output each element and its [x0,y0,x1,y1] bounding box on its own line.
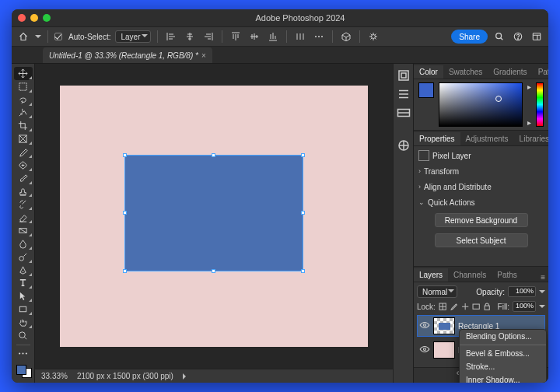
ctx-inner-shadow[interactable]: Inner Shadow... [460,373,546,383]
layer-thumb[interactable] [433,341,455,359]
quick-select-tool[interactable] [14,107,33,120]
workspace-settings-icon[interactable] [366,30,380,44]
handle-mr[interactable] [301,211,305,215]
color-picker-cursor[interactable] [495,96,502,102]
zoom-level[interactable]: 33.33% [41,372,68,380]
fg-bg-swatches[interactable] [15,363,32,378]
document-tab[interactable]: Untitled-1 @ 33.3% (Rectangle 1, RGB/8) … [43,47,212,63]
brush-tool[interactable] [14,172,33,185]
visibility-toggle-icon[interactable] [419,320,430,332]
visibility-toggle-icon[interactable] [419,344,430,356]
type-tool[interactable] [14,277,33,290]
collapsed-panel-icon[interactable] [397,106,411,120]
lock-position-icon[interactable] [461,302,469,312]
blur-tool[interactable] [14,237,33,250]
handle-br[interactable] [301,269,305,273]
hue-slider[interactable] [536,82,544,127]
lock-pixels-icon[interactable] [450,302,457,312]
heal-tool[interactable] [14,159,33,172]
tab-channels[interactable]: Channels [448,268,492,282]
layer-thumb[interactable] [433,317,455,334]
minimize-window-button[interactable] [30,14,38,22]
align-right-icon[interactable] [201,30,215,44]
more-options-icon[interactable] [312,30,326,44]
history-brush-tool[interactable] [14,198,33,211]
pen-tool[interactable] [14,264,33,277]
select-subject-button[interactable]: Select Subject [435,233,528,247]
zoom-tool[interactable] [14,329,33,342]
ctx-stroke[interactable]: Stroke... [460,360,546,373]
opacity-input[interactable]: 100% [508,286,536,297]
collapsed-panel-icon[interactable] [397,68,411,82]
tab-gradients[interactable]: Gradients [488,65,532,79]
maximize-window-button[interactable] [43,14,51,22]
handle-bl[interactable] [123,269,127,273]
auto-select-checkbox[interactable] [54,33,62,40]
tab-properties[interactable]: Properties [414,132,460,145]
close-window-button[interactable] [18,14,26,22]
tab-swatches[interactable]: Swatches [443,65,488,79]
align-hcenter-icon[interactable] [183,30,197,44]
align-vcenter-icon[interactable] [247,30,261,44]
collapsed-panel-icon[interactable] [397,87,411,101]
handle-ml[interactable] [123,211,127,215]
align-bottom-icon[interactable] [266,30,280,44]
eraser-tool[interactable] [14,211,33,224]
ctx-bevel-emboss[interactable]: Bevel & Emboss... [460,347,546,360]
handle-tl[interactable] [123,153,127,157]
marquee-tool[interactable] [14,80,33,93]
edit-toolbar-icon[interactable] [14,348,33,361]
canvas-area[interactable] [35,64,393,369]
blend-mode-dropdown[interactable]: Normal [417,285,457,298]
panel-menu-icon[interactable]: ≡ [537,273,548,282]
workspace-switcher-icon[interactable] [530,30,544,44]
tab-libraries[interactable]: Libraries [514,132,548,145]
fg-color-swatch[interactable] [16,365,26,375]
tab-adjustments[interactable]: Adjustments [460,132,514,145]
tab-paths[interactable]: Paths [492,268,523,282]
share-button[interactable]: Share [451,30,488,44]
help-icon[interactable] [511,30,525,44]
section-transform[interactable]: ›Transform [418,165,544,177]
section-align[interactable]: ›Align and Distribute [418,180,544,193]
eyedropper-tool[interactable] [14,145,33,159]
lasso-tool[interactable] [14,93,33,107]
stamp-tool[interactable] [14,185,33,198]
crop-tool[interactable] [14,119,33,132]
close-tab-icon[interactable]: × [201,51,206,60]
home-menu-chevron-icon[interactable] [35,35,41,41]
document-canvas[interactable] [60,86,368,347]
frame-tool[interactable] [14,132,33,145]
transform-bounds[interactable] [125,156,303,271]
lock-transparency-icon[interactable] [439,302,446,312]
path-select-tool[interactable] [14,289,33,303]
remove-background-button[interactable]: Remove Background [435,213,528,227]
ctx-blending-options[interactable]: Blending Options... [460,330,546,343]
fill-input[interactable]: 100% [513,301,536,312]
status-menu-chevron-icon[interactable] [183,373,189,380]
hand-tool[interactable] [14,316,33,329]
collapsed-panel-icon[interactable] [397,138,411,152]
chevron-down-icon[interactable] [539,305,545,311]
lock-artboard-icon[interactable] [472,302,480,312]
color-field[interactable] [439,82,523,127]
color-swatch[interactable] [418,82,434,98]
handle-tr[interactable] [301,153,305,157]
align-top-icon[interactable] [229,30,243,44]
gradient-tool[interactable] [14,224,33,237]
auto-select-target-dropdown[interactable]: Layer [115,30,150,43]
tab-layers[interactable]: Layers [414,268,448,282]
tab-patterns[interactable]: Patterns [533,65,548,79]
shape-tool[interactable] [14,303,33,316]
dodge-tool[interactable] [14,250,33,264]
chevron-down-icon[interactable] [539,290,545,296]
tab-color[interactable]: Color [414,65,443,79]
handle-bm[interactable] [212,269,215,273]
align-left-icon[interactable] [164,30,178,44]
handle-tm[interactable] [212,153,215,157]
lock-all-icon[interactable] [483,302,491,312]
section-quick-actions[interactable]: ⌄Quick Actions [418,196,544,208]
search-icon[interactable] [492,30,506,44]
home-button[interactable] [16,30,30,44]
move-tool[interactable] [14,67,33,80]
